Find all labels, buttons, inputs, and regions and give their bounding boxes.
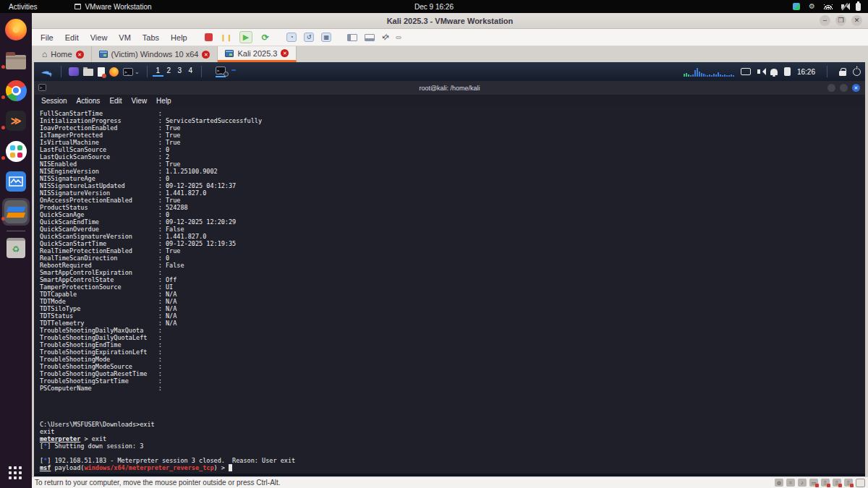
console-view-button[interactable] [396, 36, 401, 39]
maximize-button[interactable]: ❒ [835, 15, 846, 26]
launcher-terminal[interactable]: >_ ⌄ [123, 68, 140, 76]
tab-label: Home [51, 50, 72, 59]
terminal-titlebar[interactable]: >_ root@kali: /home/kali ✕ [34, 81, 865, 95]
cpu-bar [713, 74, 715, 77]
tab-close-icon[interactable]: ✕ [281, 49, 289, 57]
reset-vm-button[interactable]: ⟳ [260, 32, 271, 43]
logout-icon[interactable] [853, 68, 861, 76]
vmware-menu-vm[interactable]: VM [119, 33, 131, 42]
show-applications-button[interactable] [9, 466, 23, 481]
focused-app-title: VMware Workstation [85, 3, 151, 11]
output-line: SmartAppControlState : Off [40, 276, 865, 283]
terminal-menu-help[interactable]: Help [156, 97, 171, 105]
snapshot-manager-button[interactable]: ▦ [321, 33, 331, 42]
launcher-firefox[interactable] [109, 67, 119, 77]
usb-device-icon[interactable]: ▯ [821, 479, 830, 487]
dock-item-files[interactable] [2, 46, 30, 74]
dock-item-slack[interactable] [2, 137, 30, 165]
kali-clock[interactable]: 16:26 [797, 68, 815, 76]
display-icon[interactable] [741, 68, 751, 75]
statusbar-corner-icon[interactable] [856, 479, 865, 487]
dock-item-chrome[interactable] [2, 77, 30, 104]
launcher-app-menu[interactable] [69, 67, 79, 76]
output-line: RealTimeProtectionEnabled : True [40, 247, 865, 254]
usb-device-icon[interactable]: ▯ [833, 479, 841, 487]
terminal-output[interactable]: FullScanStartTime : InitializationProgre… [34, 107, 865, 474]
volume-muted-icon[interactable] [841, 4, 844, 9]
vmware-menu-tabs[interactable]: Tabs [142, 33, 159, 42]
display-device-icon[interactable]: ▭ [809, 479, 818, 487]
vmware-menu-help[interactable]: Help [171, 33, 187, 42]
output-line: QuickScanAge : 0 [40, 211, 865, 218]
output-line: TroubleShootingStartTime : [40, 377, 865, 385]
network-device-icon[interactable]: ⌗ [786, 479, 795, 487]
output-line: TDTMode : N/A [40, 298, 865, 305]
activities-button[interactable]: Activities [9, 3, 37, 11]
workspace-2[interactable]: 2 [163, 67, 174, 77]
take-snapshot-button[interactable]: ◔ [286, 33, 297, 42]
workspace-4[interactable]: 4 [185, 67, 196, 77]
terminal-menu-actions[interactable]: Actions [77, 97, 101, 105]
vmware-tray-icon[interactable] [793, 3, 800, 10]
terminal-minimize-button[interactable] [827, 84, 835, 92]
tab--victim-windows-10-x64[interactable]: (Victim) Windows 10 x64✕ [92, 46, 218, 62]
minimize-button[interactable]: – [820, 15, 830, 26]
workspace-3[interactable]: 3 [174, 67, 185, 77]
taskbar-terminal[interactable]: >_ [216, 67, 226, 77]
chevron-down-icon: ⌄ [135, 69, 140, 75]
battery-icon[interactable] [856, 3, 861, 11]
volume-icon[interactable] [757, 69, 760, 74]
dock-item-warp[interactable]: ≫ [2, 107, 30, 134]
tab-close-icon[interactable]: ✕ [202, 51, 210, 59]
output-line: QuickScanSignatureVersion : 1.441.827.0 [40, 233, 865, 240]
vmware-titlebar[interactable]: Kali 2025.3 - VMware Workstation – ❒ ✕ [32, 13, 868, 29]
wifi-icon[interactable] [824, 4, 833, 9]
launcher-file-manager[interactable] [83, 67, 93, 76]
dock-item-trash[interactable]: ♻ [2, 234, 30, 262]
vmware-menu-edit[interactable]: Edit [65, 33, 79, 42]
output-line: NISEngineVersion : 1.1.25100.9002 [40, 168, 865, 175]
sound-device-icon[interactable]: ♪ [798, 479, 807, 487]
host-clock[interactable]: Dec 9 16:26 [414, 0, 454, 13]
vmware-menu-file[interactable]: File [41, 33, 54, 42]
tab-close-icon[interactable]: ✕ [76, 51, 84, 59]
kali-menu-button[interactable] [41, 67, 54, 77]
output-line: msf payload(windows/x64/meterpreter_reve… [40, 464, 865, 471]
power-controls: ❙❙ ▶ ⟳ [203, 31, 271, 43]
terminal-menu-view[interactable]: View [132, 97, 148, 105]
lock-screen-icon[interactable] [839, 71, 846, 76]
terminal-close-button[interactable]: ✕ [852, 84, 860, 92]
cpu-graph-widget[interactable] [684, 67, 734, 77]
show-library-button[interactable] [347, 34, 357, 41]
system-tray[interactable]: ⚙ [793, 0, 861, 13]
panel-separator [827, 66, 827, 77]
focused-app-indicator[interactable]: VMware Workstation [75, 3, 151, 11]
tab-home[interactable]: ⌂Home✕ [35, 46, 92, 62]
cpu-bar [724, 74, 726, 77]
tab-kali-2025-3[interactable]: Kali 2025.3✕ [218, 46, 297, 62]
show-thumbnail-bar-button[interactable] [365, 34, 375, 41]
dock-item-system-monitor[interactable] [2, 168, 30, 195]
fullscreen-button[interactable]: ⇵ [380, 32, 391, 43]
notification-dot [1, 65, 5, 69]
clipboard-icon[interactable] [784, 67, 791, 76]
notifications-bell-icon[interactable] [770, 69, 778, 75]
pause-vm-button[interactable]: ❙❙ [221, 32, 232, 43]
vm-icon [99, 51, 108, 58]
harddisk-device-icon[interactable]: ◍ [775, 479, 783, 487]
settings-tray-icon[interactable]: ⚙ [809, 3, 815, 10]
terminal-maximize-button[interactable] [840, 84, 848, 92]
close-button[interactable]: ✕ [851, 15, 862, 26]
workspace-1[interactable]: 1 [153, 67, 163, 77]
terminal-menu-session[interactable]: Session [41, 97, 67, 105]
stop-vm-button[interactable] [203, 32, 214, 43]
terminal-menu-edit[interactable]: Edit [109, 97, 122, 105]
dock-item-firefox[interactable] [2, 16, 30, 43]
start-vm-button[interactable]: ▶ [239, 31, 252, 43]
usb-device-icon[interactable]: ▯ [844, 479, 853, 487]
vmware-menu-view[interactable]: View [90, 33, 108, 42]
launcher-text-editor[interactable] [98, 67, 105, 77]
panel-status-area: 16:26 [684, 66, 861, 77]
dock-item-vmware[interactable] [2, 198, 30, 226]
revert-snapshot-button[interactable]: ↺ [304, 33, 314, 42]
